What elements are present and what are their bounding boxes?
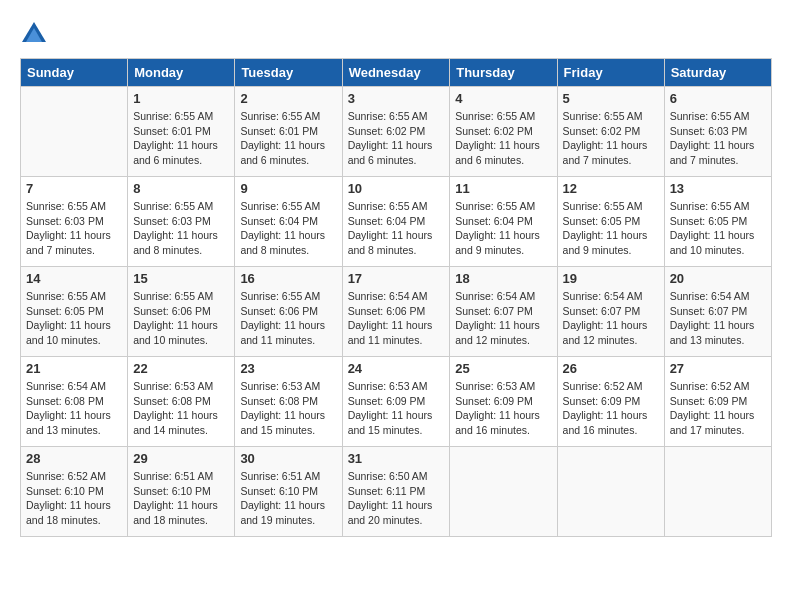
day-info: Sunrise: 6:52 AM Sunset: 6:09 PM Dayligh… bbox=[670, 379, 766, 438]
weekday-header: Friday bbox=[557, 59, 664, 87]
day-number: 14 bbox=[26, 271, 122, 286]
weekday-header: Monday bbox=[128, 59, 235, 87]
weekday-header: Saturday bbox=[664, 59, 771, 87]
calendar-cell: 27Sunrise: 6:52 AM Sunset: 6:09 PM Dayli… bbox=[664, 357, 771, 447]
day-number: 4 bbox=[455, 91, 551, 106]
day-number: 26 bbox=[563, 361, 659, 376]
day-info: Sunrise: 6:55 AM Sunset: 6:01 PM Dayligh… bbox=[133, 109, 229, 168]
day-info: Sunrise: 6:55 AM Sunset: 6:02 PM Dayligh… bbox=[348, 109, 445, 168]
day-number: 6 bbox=[670, 91, 766, 106]
calendar-cell: 25Sunrise: 6:53 AM Sunset: 6:09 PM Dayli… bbox=[450, 357, 557, 447]
day-info: Sunrise: 6:55 AM Sunset: 6:05 PM Dayligh… bbox=[563, 199, 659, 258]
day-info: Sunrise: 6:54 AM Sunset: 6:08 PM Dayligh… bbox=[26, 379, 122, 438]
day-number: 17 bbox=[348, 271, 445, 286]
calendar-cell: 4Sunrise: 6:55 AM Sunset: 6:02 PM Daylig… bbox=[450, 87, 557, 177]
day-number: 15 bbox=[133, 271, 229, 286]
day-info: Sunrise: 6:53 AM Sunset: 6:09 PM Dayligh… bbox=[348, 379, 445, 438]
day-number: 30 bbox=[240, 451, 336, 466]
day-info: Sunrise: 6:55 AM Sunset: 6:03 PM Dayligh… bbox=[26, 199, 122, 258]
calendar-cell: 8Sunrise: 6:55 AM Sunset: 6:03 PM Daylig… bbox=[128, 177, 235, 267]
day-number: 8 bbox=[133, 181, 229, 196]
day-info: Sunrise: 6:52 AM Sunset: 6:09 PM Dayligh… bbox=[563, 379, 659, 438]
calendar-cell bbox=[450, 447, 557, 537]
calendar-cell: 12Sunrise: 6:55 AM Sunset: 6:05 PM Dayli… bbox=[557, 177, 664, 267]
day-info: Sunrise: 6:55 AM Sunset: 6:02 PM Dayligh… bbox=[563, 109, 659, 168]
calendar-cell: 24Sunrise: 6:53 AM Sunset: 6:09 PM Dayli… bbox=[342, 357, 450, 447]
calendar-week-row: 1Sunrise: 6:55 AM Sunset: 6:01 PM Daylig… bbox=[21, 87, 772, 177]
calendar-cell: 22Sunrise: 6:53 AM Sunset: 6:08 PM Dayli… bbox=[128, 357, 235, 447]
calendar-cell: 13Sunrise: 6:55 AM Sunset: 6:05 PM Dayli… bbox=[664, 177, 771, 267]
day-info: Sunrise: 6:53 AM Sunset: 6:08 PM Dayligh… bbox=[133, 379, 229, 438]
day-info: Sunrise: 6:50 AM Sunset: 6:11 PM Dayligh… bbox=[348, 469, 445, 528]
day-number: 2 bbox=[240, 91, 336, 106]
calendar-week-row: 14Sunrise: 6:55 AM Sunset: 6:05 PM Dayli… bbox=[21, 267, 772, 357]
calendar-week-row: 21Sunrise: 6:54 AM Sunset: 6:08 PM Dayli… bbox=[21, 357, 772, 447]
day-info: Sunrise: 6:55 AM Sunset: 6:04 PM Dayligh… bbox=[240, 199, 336, 258]
day-number: 29 bbox=[133, 451, 229, 466]
day-number: 9 bbox=[240, 181, 336, 196]
day-number: 1 bbox=[133, 91, 229, 106]
day-info: Sunrise: 6:54 AM Sunset: 6:07 PM Dayligh… bbox=[455, 289, 551, 348]
day-info: Sunrise: 6:55 AM Sunset: 6:06 PM Dayligh… bbox=[133, 289, 229, 348]
calendar-cell: 29Sunrise: 6:51 AM Sunset: 6:10 PM Dayli… bbox=[128, 447, 235, 537]
day-number: 18 bbox=[455, 271, 551, 286]
day-number: 21 bbox=[26, 361, 122, 376]
calendar-cell: 3Sunrise: 6:55 AM Sunset: 6:02 PM Daylig… bbox=[342, 87, 450, 177]
calendar-cell: 20Sunrise: 6:54 AM Sunset: 6:07 PM Dayli… bbox=[664, 267, 771, 357]
day-info: Sunrise: 6:55 AM Sunset: 6:03 PM Dayligh… bbox=[133, 199, 229, 258]
day-number: 27 bbox=[670, 361, 766, 376]
calendar-cell: 15Sunrise: 6:55 AM Sunset: 6:06 PM Dayli… bbox=[128, 267, 235, 357]
calendar-cell: 23Sunrise: 6:53 AM Sunset: 6:08 PM Dayli… bbox=[235, 357, 342, 447]
calendar-cell: 21Sunrise: 6:54 AM Sunset: 6:08 PM Dayli… bbox=[21, 357, 128, 447]
day-info: Sunrise: 6:55 AM Sunset: 6:02 PM Dayligh… bbox=[455, 109, 551, 168]
weekday-header: Wednesday bbox=[342, 59, 450, 87]
day-number: 19 bbox=[563, 271, 659, 286]
day-info: Sunrise: 6:55 AM Sunset: 6:03 PM Dayligh… bbox=[670, 109, 766, 168]
day-number: 12 bbox=[563, 181, 659, 196]
calendar-cell: 28Sunrise: 6:52 AM Sunset: 6:10 PM Dayli… bbox=[21, 447, 128, 537]
day-info: Sunrise: 6:55 AM Sunset: 6:01 PM Dayligh… bbox=[240, 109, 336, 168]
day-info: Sunrise: 6:53 AM Sunset: 6:09 PM Dayligh… bbox=[455, 379, 551, 438]
calendar-cell: 30Sunrise: 6:51 AM Sunset: 6:10 PM Dayli… bbox=[235, 447, 342, 537]
calendar-cell: 18Sunrise: 6:54 AM Sunset: 6:07 PM Dayli… bbox=[450, 267, 557, 357]
calendar-cell: 1Sunrise: 6:55 AM Sunset: 6:01 PM Daylig… bbox=[128, 87, 235, 177]
calendar-cell: 7Sunrise: 6:55 AM Sunset: 6:03 PM Daylig… bbox=[21, 177, 128, 267]
day-number: 7 bbox=[26, 181, 122, 196]
calendar-cell: 19Sunrise: 6:54 AM Sunset: 6:07 PM Dayli… bbox=[557, 267, 664, 357]
day-info: Sunrise: 6:55 AM Sunset: 6:04 PM Dayligh… bbox=[348, 199, 445, 258]
day-number: 10 bbox=[348, 181, 445, 196]
day-number: 3 bbox=[348, 91, 445, 106]
page-header bbox=[20, 20, 772, 48]
day-number: 11 bbox=[455, 181, 551, 196]
calendar-cell: 5Sunrise: 6:55 AM Sunset: 6:02 PM Daylig… bbox=[557, 87, 664, 177]
day-info: Sunrise: 6:53 AM Sunset: 6:08 PM Dayligh… bbox=[240, 379, 336, 438]
day-info: Sunrise: 6:55 AM Sunset: 6:05 PM Dayligh… bbox=[670, 199, 766, 258]
calendar-cell: 2Sunrise: 6:55 AM Sunset: 6:01 PM Daylig… bbox=[235, 87, 342, 177]
calendar-cell: 11Sunrise: 6:55 AM Sunset: 6:04 PM Dayli… bbox=[450, 177, 557, 267]
calendar-cell: 10Sunrise: 6:55 AM Sunset: 6:04 PM Dayli… bbox=[342, 177, 450, 267]
calendar-cell: 9Sunrise: 6:55 AM Sunset: 6:04 PM Daylig… bbox=[235, 177, 342, 267]
day-number: 16 bbox=[240, 271, 336, 286]
day-info: Sunrise: 6:55 AM Sunset: 6:06 PM Dayligh… bbox=[240, 289, 336, 348]
day-info: Sunrise: 6:51 AM Sunset: 6:10 PM Dayligh… bbox=[240, 469, 336, 528]
calendar-cell: 14Sunrise: 6:55 AM Sunset: 6:05 PM Dayli… bbox=[21, 267, 128, 357]
weekday-header: Sunday bbox=[21, 59, 128, 87]
day-info: Sunrise: 6:54 AM Sunset: 6:07 PM Dayligh… bbox=[563, 289, 659, 348]
day-number: 13 bbox=[670, 181, 766, 196]
calendar-cell: 31Sunrise: 6:50 AM Sunset: 6:11 PM Dayli… bbox=[342, 447, 450, 537]
day-number: 25 bbox=[455, 361, 551, 376]
day-number: 20 bbox=[670, 271, 766, 286]
calendar-cell bbox=[664, 447, 771, 537]
calendar-cell: 17Sunrise: 6:54 AM Sunset: 6:06 PM Dayli… bbox=[342, 267, 450, 357]
calendar-cell: 6Sunrise: 6:55 AM Sunset: 6:03 PM Daylig… bbox=[664, 87, 771, 177]
weekday-header: Tuesday bbox=[235, 59, 342, 87]
calendar-cell: 26Sunrise: 6:52 AM Sunset: 6:09 PM Dayli… bbox=[557, 357, 664, 447]
logo bbox=[20, 20, 52, 48]
day-info: Sunrise: 6:51 AM Sunset: 6:10 PM Dayligh… bbox=[133, 469, 229, 528]
logo-icon bbox=[20, 20, 48, 48]
calendar-table: SundayMondayTuesdayWednesdayThursdayFrid… bbox=[20, 58, 772, 537]
day-info: Sunrise: 6:55 AM Sunset: 6:05 PM Dayligh… bbox=[26, 289, 122, 348]
calendar-week-row: 7Sunrise: 6:55 AM Sunset: 6:03 PM Daylig… bbox=[21, 177, 772, 267]
day-info: Sunrise: 6:55 AM Sunset: 6:04 PM Dayligh… bbox=[455, 199, 551, 258]
day-number: 5 bbox=[563, 91, 659, 106]
